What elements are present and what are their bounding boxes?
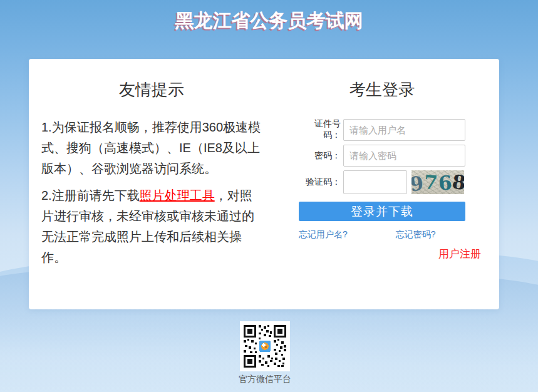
tips-paragraph-2: 2.注册前请先下载照片处理工具，对照片进行审核，未经审核或审核未通过的无法正常完… (41, 185, 262, 268)
qr-code-graphic (240, 321, 290, 371)
username-input[interactable] (343, 119, 465, 141)
tips-heading: 友情提示 (41, 79, 262, 101)
tips-panel: 友情提示 1.为保证报名顺畅，推荐使用360极速模式、搜狗（高速模式）、IE（I… (41, 59, 262, 268)
forgot-username-link[interactable]: 忘记用户名? (299, 229, 348, 240)
register-row: 用户注册 (299, 247, 481, 261)
wechat-qr-code (240, 321, 290, 371)
forgot-password-link[interactable]: 忘记密码? (396, 229, 436, 240)
helper-links: 忘记用户名? 忘记密码? (299, 229, 465, 240)
username-row: 证件号码： (299, 118, 482, 141)
password-row: 密码： (299, 145, 482, 167)
qr-center-logo (259, 341, 271, 352)
captcha-label: 验证码： (299, 177, 343, 188)
password-input[interactable] (343, 145, 465, 167)
captcha-image[interactable]: 9 7 6 8 (411, 170, 464, 194)
captcha-digit: 8 (451, 170, 464, 194)
register-link[interactable]: 用户注册 (438, 248, 481, 260)
username-label: 证件号码： (299, 118, 343, 141)
photo-tool-link[interactable]: 照片处理工具 (140, 188, 215, 202)
page-title: 黑龙江省公务员考试网 (0, 8, 538, 34)
tips-paragraph-1: 1.为保证报名顺畅，推荐使用360极速模式、搜狗（高速模式）、IE（IE8及以上… (41, 117, 262, 179)
password-label: 密码： (299, 150, 343, 162)
main-card: 友情提示 1.为保证报名顺畅，推荐使用360极速模式、搜狗（高速模式）、IE（I… (29, 59, 499, 309)
login-panel: 考生登录 证件号码： 密码： 验证码： 9 7 6 8 登录并下载 忘记用户名?… (299, 59, 482, 261)
login-heading: 考生登录 (299, 79, 465, 101)
tips-paragraph-2-lead: 2.注册前请先下载 (41, 188, 140, 202)
login-download-button[interactable]: 登录并下载 (299, 202, 465, 221)
wechat-qr-section: 官方微信平台 (212, 321, 318, 385)
captcha-input[interactable] (343, 170, 407, 194)
captcha-digit: 6 (437, 170, 452, 194)
wechat-qr-label: 官方微信平台 (212, 374, 318, 385)
captcha-digit: 7 (423, 170, 438, 194)
captcha-row: 验证码： 9 7 6 8 (299, 170, 482, 194)
